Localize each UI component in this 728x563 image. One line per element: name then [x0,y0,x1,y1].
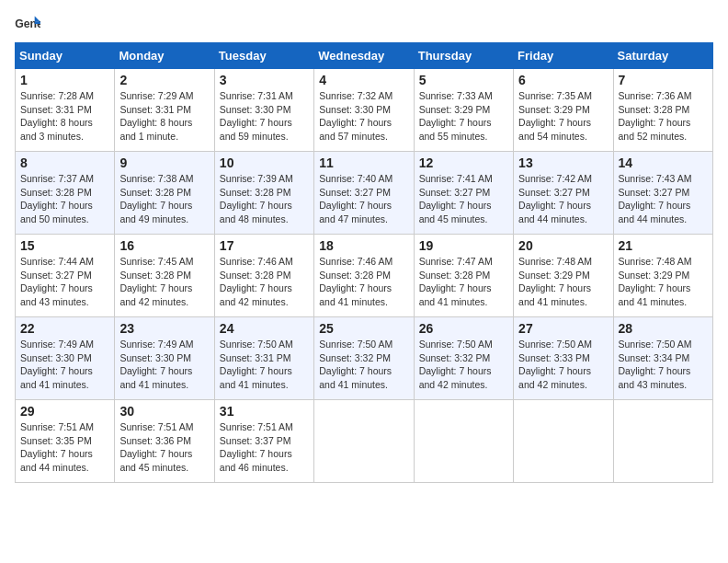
calendar-day-17: 17Sunrise: 7:46 AMSunset: 3:28 PMDayligh… [214,235,313,317]
day-number: 20 [518,238,608,253]
day-info: Sunrise: 7:51 AMSunset: 3:37 PMDaylight:… [220,420,309,475]
calendar-day-21: 21Sunrise: 7:48 AMSunset: 3:29 PMDayligh… [613,235,712,317]
day-info: Sunrise: 7:44 AMSunset: 3:27 PMDaylight:… [20,255,109,309]
calendar-day-20: 20Sunrise: 7:48 AMSunset: 3:29 PMDayligh… [514,235,613,317]
day-info: Sunrise: 7:51 AMSunset: 3:35 PMDaylight:… [20,420,109,475]
calendar-table: SundayMondayTuesdayWednesdayThursdayFrid… [15,42,713,483]
day-number: 12 [419,155,508,170]
day-info: Sunrise: 7:46 AMSunset: 3:28 PMDaylight:… [220,255,309,309]
logo: General [15,15,44,33]
day-info: Sunrise: 7:48 AMSunset: 3:29 PMDaylight:… [518,255,608,309]
day-number: 14 [619,155,708,170]
day-number: 29 [20,404,109,419]
calendar-day-19: 19Sunrise: 7:47 AMSunset: 3:28 PMDayligh… [414,235,513,317]
day-info: Sunrise: 7:36 AMSunset: 3:28 PMDaylight:… [619,89,708,144]
day-number: 3 [220,73,309,87]
day-number: 21 [619,238,708,253]
weekday-header-tuesday: Tuesday [214,43,313,69]
calendar-day-3: 3Sunrise: 7:31 AMSunset: 3:30 PMDaylight… [214,69,313,152]
calendar-day-26: 26Sunrise: 7:50 AMSunset: 3:32 PMDayligh… [414,317,513,400]
day-info: Sunrise: 7:48 AMSunset: 3:29 PMDaylight:… [619,255,708,309]
day-number: 28 [619,321,708,336]
calendar-day-7: 7Sunrise: 7:36 AMSunset: 3:28 PMDaylight… [613,69,712,152]
day-info: Sunrise: 7:37 AMSunset: 3:28 PMDaylight:… [20,172,109,226]
weekday-header-saturday: Saturday [613,43,712,69]
calendar-day-5: 5Sunrise: 7:33 AMSunset: 3:29 PMDaylight… [414,69,513,152]
weekday-header-sunday: Sunday [16,43,115,69]
day-number: 1 [20,73,109,87]
calendar-week-3: 15Sunrise: 7:44 AMSunset: 3:27 PMDayligh… [16,235,713,317]
calendar-day-9: 9Sunrise: 7:38 AMSunset: 3:28 PMDaylight… [115,152,214,235]
calendar-day-27: 27Sunrise: 7:50 AMSunset: 3:33 PMDayligh… [514,317,613,400]
calendar-day-15: 15Sunrise: 7:44 AMSunset: 3:27 PMDayligh… [16,235,115,317]
calendar-week-5: 29Sunrise: 7:51 AMSunset: 3:35 PMDayligh… [16,400,713,483]
day-info: Sunrise: 7:43 AMSunset: 3:27 PMDaylight:… [619,172,708,226]
day-info: Sunrise: 7:35 AMSunset: 3:29 PMDaylight:… [518,89,608,144]
calendar-day-4: 4Sunrise: 7:32 AMSunset: 3:30 PMDaylight… [314,69,414,152]
calendar-day-30: 30Sunrise: 7:51 AMSunset: 3:36 PMDayligh… [115,400,214,483]
day-info: Sunrise: 7:41 AMSunset: 3:27 PMDaylight:… [419,172,508,226]
day-number: 18 [319,238,408,253]
calendar-day-31: 31Sunrise: 7:51 AMSunset: 3:37 PMDayligh… [214,400,313,483]
weekday-header-wednesday: Wednesday [314,43,414,69]
day-number: 5 [419,73,508,87]
day-number: 23 [119,321,209,336]
day-info: Sunrise: 7:45 AMSunset: 3:28 PMDaylight:… [119,255,209,309]
calendar-day-22: 22Sunrise: 7:49 AMSunset: 3:30 PMDayligh… [16,317,115,400]
empty-cell [514,400,613,483]
day-info: Sunrise: 7:33 AMSunset: 3:29 PMDaylight:… [419,89,508,144]
day-number: 19 [419,238,508,253]
day-number: 17 [220,238,309,253]
day-info: Sunrise: 7:49 AMSunset: 3:30 PMDaylight:… [119,338,209,392]
day-number: 4 [319,73,408,87]
calendar-day-24: 24Sunrise: 7:50 AMSunset: 3:31 PMDayligh… [214,317,313,400]
logo-icon: General [15,15,40,33]
calendar-day-25: 25Sunrise: 7:50 AMSunset: 3:32 PMDayligh… [314,317,414,400]
calendar-day-14: 14Sunrise: 7:43 AMSunset: 3:27 PMDayligh… [613,152,712,235]
day-number: 24 [220,321,309,336]
day-number: 27 [518,321,608,336]
day-number: 11 [319,155,408,170]
calendar-day-11: 11Sunrise: 7:40 AMSunset: 3:27 PMDayligh… [314,152,414,235]
calendar-day-10: 10Sunrise: 7:39 AMSunset: 3:28 PMDayligh… [214,152,313,235]
calendar-day-6: 6Sunrise: 7:35 AMSunset: 3:29 PMDaylight… [514,69,613,152]
svg-rect-2 [35,22,40,24]
calendar-day-13: 13Sunrise: 7:42 AMSunset: 3:27 PMDayligh… [514,152,613,235]
day-number: 13 [518,155,608,170]
day-number: 30 [119,404,209,419]
day-info: Sunrise: 7:38 AMSunset: 3:28 PMDaylight:… [119,172,209,226]
weekday-header-monday: Monday [115,43,214,69]
calendar-day-23: 23Sunrise: 7:49 AMSunset: 3:30 PMDayligh… [115,317,214,400]
day-info: Sunrise: 7:40 AMSunset: 3:27 PMDaylight:… [319,172,408,226]
empty-cell [613,400,712,483]
day-info: Sunrise: 7:50 AMSunset: 3:33 PMDaylight:… [518,338,608,392]
calendar-day-18: 18Sunrise: 7:46 AMSunset: 3:28 PMDayligh… [314,235,414,317]
calendar-day-12: 12Sunrise: 7:41 AMSunset: 3:27 PMDayligh… [414,152,513,235]
day-info: Sunrise: 7:50 AMSunset: 3:31 PMDaylight:… [220,338,309,392]
day-number: 31 [220,404,309,419]
day-number: 10 [220,155,309,170]
day-info: Sunrise: 7:31 AMSunset: 3:30 PMDaylight:… [220,89,309,144]
day-number: 2 [119,73,209,87]
day-info: Sunrise: 7:42 AMSunset: 3:27 PMDaylight:… [518,172,608,226]
day-number: 6 [518,73,608,87]
day-info: Sunrise: 7:29 AMSunset: 3:31 PMDaylight:… [119,89,209,144]
calendar-day-29: 29Sunrise: 7:51 AMSunset: 3:35 PMDayligh… [16,400,115,483]
weekday-header-friday: Friday [514,43,613,69]
day-info: Sunrise: 7:49 AMSunset: 3:30 PMDaylight:… [20,338,109,392]
header: General [15,15,713,33]
calendar-week-2: 8Sunrise: 7:37 AMSunset: 3:28 PMDaylight… [16,152,713,235]
day-info: Sunrise: 7:51 AMSunset: 3:36 PMDaylight:… [119,420,209,475]
day-info: Sunrise: 7:39 AMSunset: 3:28 PMDaylight:… [220,172,309,226]
calendar-day-2: 2Sunrise: 7:29 AMSunset: 3:31 PMDaylight… [115,69,214,152]
day-number: 26 [419,321,508,336]
calendar-day-16: 16Sunrise: 7:45 AMSunset: 3:28 PMDayligh… [115,235,214,317]
empty-cell [414,400,513,483]
weekday-header-thursday: Thursday [414,43,513,69]
calendar-week-1: 1Sunrise: 7:28 AMSunset: 3:31 PMDaylight… [16,69,713,152]
day-info: Sunrise: 7:47 AMSunset: 3:28 PMDaylight:… [419,255,508,309]
day-info: Sunrise: 7:50 AMSunset: 3:32 PMDaylight:… [319,338,408,392]
day-number: 9 [119,155,209,170]
day-info: Sunrise: 7:50 AMSunset: 3:34 PMDaylight:… [619,338,708,392]
empty-cell [314,400,414,483]
